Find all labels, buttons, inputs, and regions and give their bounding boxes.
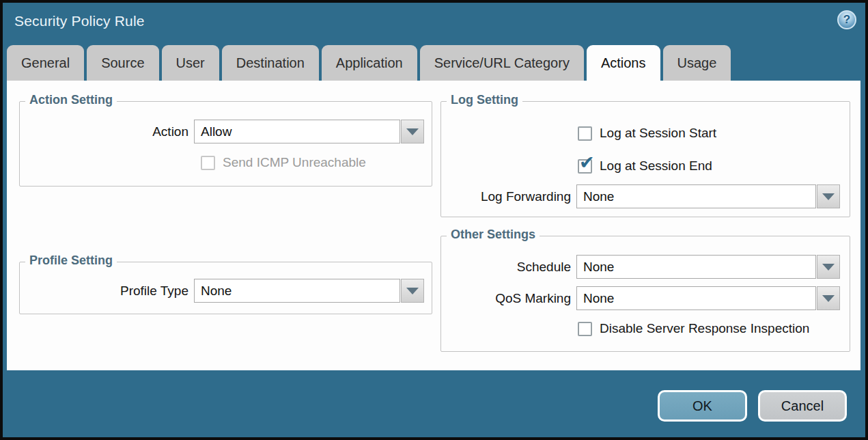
send-icmp-row: Send ICMP Unreachable xyxy=(201,155,366,170)
action-setting-legend: Action Setting xyxy=(25,93,117,107)
log-setting-group: Log Setting Log at Session Start Log at … xyxy=(440,101,850,217)
schedule-row: Schedule None xyxy=(441,255,850,279)
action-label: Action xyxy=(20,124,188,139)
other-settings-group: Other Settings Schedule None QoS Marking… xyxy=(440,236,850,352)
tab-bar: General Source User Destination Applicat… xyxy=(7,45,731,81)
profile-setting-legend: Profile Setting xyxy=(25,253,117,268)
profile-setting-group: Profile Setting Profile Type None xyxy=(19,262,432,314)
chevron-down-icon xyxy=(822,193,835,200)
actions-tab-panel: Action Setting Action Allow Send ICMP Un… xyxy=(7,81,860,370)
profile-type-dropdown-button[interactable] xyxy=(401,279,424,303)
action-dropdown-button[interactable] xyxy=(401,120,424,143)
profile-type-combo: None xyxy=(194,279,424,303)
log-session-start-label: Log at Session Start xyxy=(600,126,716,141)
profile-type-dropdown[interactable]: None xyxy=(194,279,400,303)
log-forwarding-combo: None xyxy=(576,184,840,208)
schedule-dropdown[interactable]: None xyxy=(576,255,816,279)
dialog-title: Security Policy Rule xyxy=(14,13,145,29)
tab-source[interactable]: Source xyxy=(87,45,158,81)
tab-application[interactable]: Application xyxy=(322,45,417,81)
question-mark-icon: ? xyxy=(843,13,850,27)
other-settings-legend: Other Settings xyxy=(447,228,540,242)
tab-user[interactable]: User xyxy=(162,45,219,81)
qos-marking-row: QoS Marking None xyxy=(441,286,850,310)
send-icmp-label: Send ICMP Unreachable xyxy=(223,155,366,170)
profile-type-label: Profile Type xyxy=(20,284,188,299)
action-dropdown[interactable]: Allow xyxy=(194,120,400,143)
cancel-button[interactable]: Cancel xyxy=(758,390,847,422)
dsri-row: Disable Server Response Inspection xyxy=(578,321,809,336)
log-session-end-checkbox[interactable] xyxy=(578,159,592,174)
log-session-end-label: Log at Session End xyxy=(600,159,712,174)
log-session-end-row: Log at Session End xyxy=(578,159,712,174)
dsri-label: Disable Server Response Inspection xyxy=(600,321,809,336)
send-icmp-checkbox xyxy=(201,156,215,170)
chevron-down-icon xyxy=(822,264,835,271)
schedule-combo: None xyxy=(576,255,840,279)
log-forwarding-dropdown-button[interactable] xyxy=(817,184,840,208)
profile-type-row: Profile Type None xyxy=(20,279,432,303)
action-row: Action Allow xyxy=(20,120,432,143)
log-session-start-checkbox[interactable] xyxy=(578,126,592,141)
dsri-checkbox[interactable] xyxy=(578,322,592,336)
schedule-label: Schedule xyxy=(441,260,571,275)
tab-actions[interactable]: Actions xyxy=(587,45,660,81)
log-forwarding-label: Log Forwarding xyxy=(441,189,571,204)
log-forwarding-row: Log Forwarding None xyxy=(441,184,850,208)
qos-marking-combo: None xyxy=(576,286,840,310)
schedule-dropdown-button[interactable] xyxy=(817,255,840,279)
log-setting-legend: Log Setting xyxy=(447,93,522,107)
tab-service-url-category[interactable]: Service/URL Category xyxy=(420,45,584,81)
ok-button[interactable]: OK xyxy=(658,390,747,422)
qos-marking-label: QoS Marking xyxy=(441,291,571,306)
help-button[interactable]: ? xyxy=(837,10,856,29)
log-session-start-row: Log at Session Start xyxy=(578,126,716,141)
log-forwarding-dropdown[interactable]: None xyxy=(576,184,816,208)
action-setting-group: Action Setting Action Allow Send ICMP Un… xyxy=(19,101,432,187)
qos-marking-dropdown[interactable]: None xyxy=(576,286,816,310)
tab-general[interactable]: General xyxy=(7,45,84,81)
chevron-down-icon xyxy=(406,288,419,294)
chevron-down-icon xyxy=(822,295,835,302)
action-combo: Allow xyxy=(194,120,424,143)
tab-usage[interactable]: Usage xyxy=(663,45,731,81)
qos-marking-dropdown-button[interactable] xyxy=(817,286,840,310)
security-policy-rule-dialog: Security Policy Rule ? General Source Us… xyxy=(0,0,868,440)
tab-destination[interactable]: Destination xyxy=(222,45,319,81)
chevron-down-icon xyxy=(406,128,419,135)
